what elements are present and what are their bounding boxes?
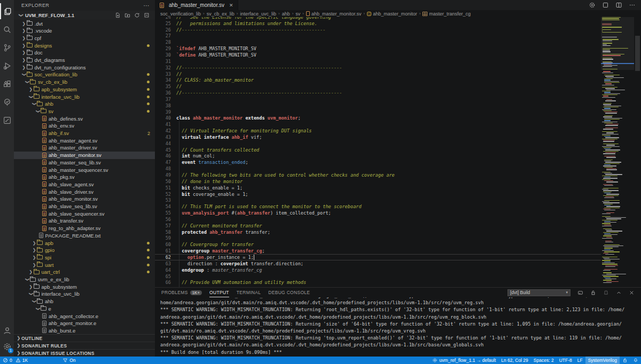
tree-file-ahb_agent_collector.e[interactable]: ahb_agent_collector.e bbox=[14, 312, 155, 320]
breadcrumb-item-sv_cb_ex_lib[interactable]: sv_cb_ex_lib bbox=[207, 11, 234, 17]
more-actions-icon[interactable] bbox=[629, 2, 636, 9]
code-line-41[interactable]: 41 bbox=[155, 121, 601, 128]
maximize-panel-icon[interactable] bbox=[616, 290, 622, 296]
bell-icon[interactable] bbox=[633, 358, 638, 363]
panel-tab-problems[interactable]: PROBLEMS1K+ bbox=[161, 288, 202, 297]
close-tab-icon[interactable]: ✕ bbox=[229, 3, 233, 8]
code-line-46[interactable]: 46 int num_col; bbox=[155, 153, 601, 160]
activity-testing[interactable] bbox=[0, 94, 14, 110]
code-line-30[interactable]: 30`define AHB_MASTER_MONITOR_SV bbox=[155, 52, 601, 58]
activity-explorer[interactable] bbox=[0, 3, 14, 19]
tree-folder-cpf[interactable]: ❯cpf bbox=[14, 34, 155, 42]
tree-folder-uart_ctrl[interactable]: ❯uart_ctrl bbox=[14, 268, 155, 276]
activity-dvt-edit[interactable] bbox=[0, 112, 14, 128]
project-root-header[interactable]: ❯ UVM_REF_FLOW_1.1 bbox=[14, 11, 155, 20]
code-line-35[interactable]: 35// bbox=[155, 83, 601, 90]
tree-folder-apb_subsystem[interactable]: ❯apb_subsystem bbox=[14, 283, 155, 290]
tree-file-ahb_defines.sv[interactable]: ahb_defines.sv bbox=[14, 115, 155, 122]
section-sonarlint-rules[interactable]: ❯SONARLINT RULES bbox=[14, 342, 155, 349]
tree-file-ahb_transfer.sv[interactable]: ahb_transfer.sv bbox=[14, 217, 155, 225]
panel-tab-terminal[interactable]: TERMINAL bbox=[237, 288, 261, 297]
minimap[interactable] bbox=[601, 17, 634, 287]
tree-file-ahb_master_seq_lib.sv[interactable]: ahb_master_seq_lib.sv bbox=[14, 159, 155, 166]
code-line-51[interactable]: 51 bit checks_enable = 1; bbox=[155, 185, 601, 191]
code-line-27[interactable]: 27 bbox=[155, 33, 601, 39]
open-changes-icon[interactable] bbox=[602, 2, 609, 9]
status-indentation[interactable]: Spaces: 2 bbox=[531, 357, 557, 364]
code-line-62[interactable]: 62 option.per_instance = 1; bbox=[155, 254, 601, 260]
activity-source-control[interactable] bbox=[0, 39, 14, 56]
status-language-mode[interactable]: SystemVerilog bbox=[585, 357, 620, 364]
breadcrumb-item-soc_verification_lib[interactable]: soc_verification_lib bbox=[160, 11, 201, 17]
tree-folder-uvm_e_ex_lib[interactable]: ❯uvm_e_ex_lib bbox=[14, 276, 155, 283]
close-panel-icon[interactable] bbox=[629, 290, 635, 296]
output-channel-select[interactable]: [dvt] Build▾ bbox=[507, 289, 570, 296]
tree-file-ahb_slave_sequencer.sv[interactable]: ahb_slave_sequencer.sv bbox=[14, 210, 155, 217]
code-line-28[interactable]: 28 bbox=[155, 39, 601, 45]
activity-run-debug[interactable] bbox=[0, 58, 14, 74]
tree-folder-dvt_diagrams[interactable]: ❯dvt_diagrams bbox=[14, 57, 155, 64]
code-line-47[interactable]: 47 event transaction_ended; bbox=[155, 159, 601, 165]
tree-folder-uart[interactable]: ❯uart bbox=[14, 261, 155, 268]
problems-status[interactable]: 0 1K bbox=[0, 357, 30, 364]
lock-icon[interactable] bbox=[622, 358, 628, 363]
tree-folder-designs[interactable]: ❯designs bbox=[14, 42, 155, 49]
activity-account[interactable] bbox=[0, 322, 14, 338]
new-folder-icon[interactable] bbox=[124, 12, 130, 18]
tree-folder-interface_uvc_lib[interactable]: ❯interface_uvc_lib bbox=[14, 290, 155, 298]
breadcrumb-item-interface_uvc_lib[interactable]: interface_uvc_lib bbox=[240, 11, 276, 17]
code-line-45[interactable]: 45 // Count transfers collected bbox=[155, 147, 601, 153]
code-line-49[interactable]: 49 // The following two bits are used to… bbox=[155, 172, 601, 178]
code-line-60[interactable]: 60 // Covergroup for transfer bbox=[155, 241, 601, 248]
lock-scroll-icon[interactable] bbox=[590, 290, 596, 296]
explorer-more-actions-icon[interactable]: ⋯ bbox=[144, 2, 150, 9]
tree-folder-ahb[interactable]: ❯ahb bbox=[14, 298, 155, 305]
section-outline[interactable]: ❯OUTLINE bbox=[14, 334, 155, 342]
breadcrumb-item-ahb_master_monitor.sv[interactable]: ahb_master_monitor.sv bbox=[306, 11, 362, 17]
tree-folder-gpio[interactable]: ❯gpio bbox=[14, 247, 155, 254]
status-notifications[interactable] bbox=[630, 357, 641, 364]
sonarlint-status[interactable]: On bbox=[60, 357, 78, 364]
code-line-25[interactable]: 25// permissions and limitations under t… bbox=[155, 20, 601, 27]
code-line-65[interactable]: 65 bbox=[155, 273, 601, 280]
extensions-icon[interactable] bbox=[3, 80, 12, 89]
tree-file-ahb_burst.e[interactable]: ahb_burst.e bbox=[14, 327, 155, 334]
breadcrumb-item-master_transfer_cg[interactable]: master_transfer_cg bbox=[423, 11, 471, 17]
code-line-59[interactable]: 59 bbox=[155, 235, 601, 242]
code-line-58[interactable]: 58 protected ahb_transfer transfer; bbox=[155, 229, 601, 235]
dvt-edit-icon[interactable] bbox=[3, 116, 12, 125]
section-sonarlint-issue-locations[interactable]: ❯SONARLINT ISSUE LOCATIONS bbox=[14, 349, 155, 357]
code-line-39[interactable]: 39 bbox=[155, 109, 601, 115]
code-line-43[interactable]: 43 virtual interface ahb_if vif; bbox=[155, 134, 601, 140]
tree-file-ahb_master_sequencer.sv[interactable]: ahb_master_sequencer.sv bbox=[14, 166, 155, 173]
breadcrumb-item-sv[interactable]: sv bbox=[295, 11, 300, 17]
explorer-icon[interactable] bbox=[3, 7, 12, 16]
code-line-32[interactable]: 32//------------------------------------… bbox=[155, 65, 601, 71]
status-dvt-project[interactable]: uvm_ref_flow_1.1 → default bbox=[429, 357, 498, 364]
tree-file-ahb_slave_agent.sv[interactable]: ahb_slave_agent.sv bbox=[14, 180, 155, 188]
code-line-57[interactable]: 57 // Current monitored transfer bbox=[155, 223, 601, 229]
refresh-icon[interactable] bbox=[134, 12, 140, 18]
code-line-48[interactable]: 48 bbox=[155, 165, 601, 172]
breadcrumb-item-ahb[interactable]: ahb bbox=[282, 11, 290, 17]
code-line-56[interactable]: 56 bbox=[155, 216, 601, 223]
code-line-37[interactable]: 37 bbox=[155, 96, 601, 102]
tree-file-ahb_slave_seq_lib.sv[interactable]: ahb_slave_seq_lib.sv bbox=[14, 203, 155, 210]
tree-folder-doc[interactable]: ❯doc bbox=[14, 49, 155, 57]
panel-tab-output[interactable]: OUTPUT bbox=[209, 288, 229, 297]
tree-folder-apb_subsystem[interactable]: ❯apb_subsystem bbox=[14, 85, 155, 93]
tree-file-ahb_env.sv[interactable]: ahb_env.sv bbox=[14, 122, 155, 130]
tree-file-ahb_master_driver.sv[interactable]: ahb_master_driver.sv bbox=[14, 144, 155, 152]
tree-file-reg_to_ahb_adapter.sv[interactable]: reg_to_ahb_adapter.sv bbox=[14, 225, 155, 232]
tree-folder-sv_cb_ex_lib[interactable]: ❯sv_cb_ex_lib bbox=[14, 78, 155, 86]
code-line-61[interactable]: 61 covergroup master_transfer_cg; bbox=[155, 248, 601, 254]
code-line-34[interactable]: 34// CLASS: ahb_master_monitor bbox=[155, 77, 601, 83]
tree-folder-.dvt[interactable]: ❯.dvt bbox=[14, 20, 155, 27]
code-line-50[interactable]: 50 // done in the monitor bbox=[155, 178, 601, 185]
code-line-53[interactable]: 53 bbox=[155, 197, 601, 203]
status-tab-lock[interactable] bbox=[620, 357, 630, 364]
activity-settings[interactable]: 1 bbox=[0, 338, 14, 354]
run-debug-icon[interactable] bbox=[3, 61, 12, 70]
tree-file-ahb_master_agent.sv[interactable]: ahb_master_agent.sv bbox=[14, 137, 155, 144]
code-line-54[interactable]: 54 // This TLM port is used to connect t… bbox=[155, 203, 601, 210]
